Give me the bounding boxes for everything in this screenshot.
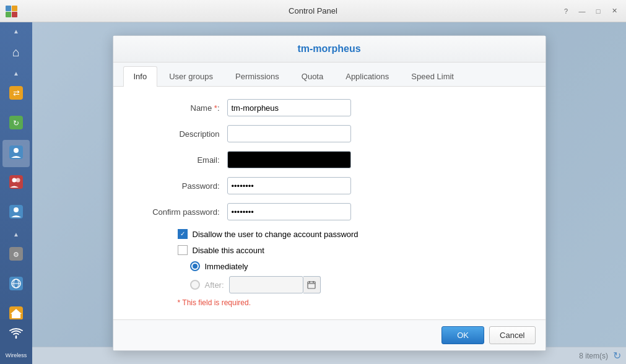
sidebar-item-share[interactable]: ⇄ [2,80,30,108]
immediately-row: Immediately [128,261,531,271]
disable-account-row: Disable this account [128,245,531,255]
sidebar-item-wifi[interactable] [0,319,32,347]
ok-button[interactable]: OK [441,326,484,344]
after-label[interactable]: After: [205,280,224,290]
tab-bar: Info User groups Permissions Quota Appli… [113,63,546,87]
confirm-password-input[interactable] [227,203,351,220]
restore-button[interactable]: □ [591,4,605,18]
sidebar-item-home[interactable]: ⌂ [2,38,30,66]
disallow-change-label[interactable]: Disallow the user to change account pass… [193,230,359,239]
description-input[interactable] [227,125,351,142]
user-icon [9,145,23,162]
tab-user-groups[interactable]: User groups [159,66,224,86]
sidebar-item-user[interactable] [2,140,30,167]
sync-icon: ↻ [9,116,23,132]
password-label: Password: [128,181,227,191]
sidebar-item-group2[interactable] [2,199,30,227]
close-button[interactable]: ✕ [607,4,621,18]
help-button[interactable]: ? [559,4,573,18]
after-date-input[interactable] [229,276,303,293]
svg-text:↻: ↻ [13,119,19,128]
wireless-label: Wireless [6,352,27,358]
sidebar-collapse-bottom[interactable]: ▲ [2,228,30,240]
svg-point-11 [12,178,17,182]
after-radio[interactable] [190,280,200,290]
usergroup-icon [9,175,23,192]
calendar-icon [307,280,316,289]
dialog-backdrop: tm-morpheus Info User groups Permissions… [32,22,626,364]
cancel-button[interactable]: Cancel [489,326,535,344]
confirm-password-label: Confirm password: [128,207,227,217]
app-icon [5,5,17,17]
form-body: Name *: Description Email: Pa [113,87,546,319]
email-label: Email: [128,155,227,165]
email-row: Email: [128,151,531,168]
description-label: Description [128,129,227,139]
task-icon: ⚙ [9,247,23,264]
sidebar-collapse-top[interactable]: ▲ [2,25,30,37]
tab-info[interactable]: Info [123,66,158,87]
wifi-icon [9,327,23,339]
sidebar-collapse-mid[interactable]: ▲ [2,67,30,79]
group2-icon [9,205,23,222]
sidebar-item-usergroup[interactable] [2,170,30,197]
sidebar-item-sync[interactable]: ↻ [2,110,30,137]
dialog: tm-morpheus Info User groups Permissions… [113,35,546,351]
disable-account-label[interactable]: Disable this account [193,246,264,255]
immediately-label[interactable]: Immediately [205,262,248,271]
name-label: Name *: [128,103,227,113]
confirm-password-row: Confirm password: [128,203,531,220]
svg-point-9 [14,148,19,153]
titlebar: Control Panel ? — □ ✕ [0,0,626,22]
name-row: Name *: [128,99,531,116]
calendar-button[interactable] [303,276,321,293]
required-message: * This field is required. [128,298,531,307]
tab-permissions[interactable]: Permissions [225,66,290,86]
sidebar-item-globe[interactable] [2,271,30,298]
dialog-footer: OK Cancel [113,319,546,350]
svg-point-14 [14,207,19,212]
password-row: Password: [128,177,531,194]
password-input[interactable] [227,177,351,194]
description-row: Description [128,125,531,142]
window-title: Control Panel [289,6,337,15]
after-row: After: [128,276,531,293]
svg-rect-0 [6,6,11,11]
svg-rect-1 [12,6,17,11]
svg-text:⇄: ⇄ [13,89,20,98]
disallow-change-checkbox[interactable]: ✓ [178,229,188,239]
immediately-radio[interactable] [190,261,200,271]
svg-rect-23 [308,282,315,288]
dialog-header: tm-morpheus [113,36,546,63]
tab-applications[interactable]: Applications [335,66,399,86]
svg-rect-2 [6,12,11,17]
email-input[interactable] [227,151,351,168]
svg-point-12 [16,178,20,182]
required-star-name: * [214,103,217,113]
svg-text:⚙: ⚙ [13,251,19,258]
minimize-button[interactable]: — [575,4,589,18]
checkmark-icon: ✓ [180,231,185,237]
globe-icon [9,277,23,293]
disable-account-checkbox[interactable] [178,245,188,255]
sidebar-item-task[interactable]: ⚙ [2,241,30,269]
disallow-change-row: ✓ Disallow the user to change account pa… [128,229,531,239]
dialog-title: tm-morpheus [297,43,360,54]
svg-rect-3 [12,12,17,17]
sidebar: ▲ ⌂ ▲ ⇄ ↻ [0,22,32,364]
tab-quota[interactable]: Quota [291,66,334,86]
name-input[interactable] [227,99,351,116]
share-icon: ⇄ [9,86,23,103]
home-icon: ⌂ [12,45,20,59]
tab-speed-limit[interactable]: Speed Limit [401,66,464,86]
